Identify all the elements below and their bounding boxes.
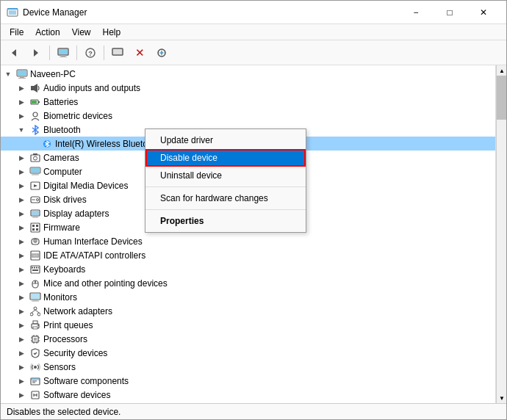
svg-point-35	[37, 198, 39, 200]
tree-item-monitors[interactable]: ▶ Monitors	[1, 290, 495, 304]
menu-action[interactable]: Action	[29, 26, 65, 39]
keyboards-label: Keyboards	[43, 264, 85, 275]
security-icon	[29, 347, 41, 359]
ctx-scan-hardware[interactable]: Scan for hardware changes	[145, 189, 306, 207]
toolbar-back[interactable]	[4, 43, 24, 62]
svg-rect-57	[32, 269, 38, 271]
scroll-thumb-area	[497, 76, 506, 393]
menu-file[interactable]: File	[4, 26, 29, 39]
expand-software-components[interactable]: ▶	[15, 375, 27, 387]
device-tree[interactable]: ▼ Naveen-PC ▶ Audio inputs and outputs ▶	[1, 65, 496, 403]
tree-root[interactable]: ▼ Naveen-PC	[1, 67, 495, 81]
expand-biometric[interactable]: ▶	[15, 110, 27, 122]
expand-sound-video[interactable]: ▶	[15, 403, 27, 404]
expand-keyboards[interactable]: ▶	[15, 264, 27, 275]
tree-item-audio[interactable]: ▶ Audio inputs and outputs	[1, 81, 495, 95]
tree-item-network[interactable]: ▶ Network adapters	[1, 304, 495, 318]
minimize-button[interactable]: −	[399, 1, 433, 24]
svg-rect-22	[38, 101, 40, 103]
tree-item-processors[interactable]: ▶ Processors	[1, 332, 495, 346]
hid-label: Human Interface Devices	[43, 236, 143, 247]
svg-line-70	[35, 310, 39, 313]
digital-media-icon	[29, 180, 41, 192]
expand-firmware[interactable]: ▶	[15, 222, 27, 233]
expand-ide[interactable]: ▶	[15, 250, 27, 261]
svg-rect-1	[9, 10, 16, 15]
expand-sensors[interactable]: ▶	[15, 361, 27, 373]
svg-line-69	[32, 310, 35, 313]
bluetooth-icon	[29, 124, 41, 136]
expand-audio[interactable]: ▶	[15, 82, 27, 94]
sensors-label: Sensors	[43, 362, 76, 372]
expand-mice[interactable]: ▶	[15, 278, 27, 289]
disk-drives-icon	[29, 194, 41, 206]
window-controls: − □ ✕	[399, 1, 500, 24]
tree-item-software-components[interactable]: ▶ Software components	[1, 374, 495, 388]
toolbar-help[interactable]: ?	[80, 43, 101, 62]
expand-display-adapters[interactable]: ▶	[15, 208, 27, 220]
toolbar-display[interactable]	[107, 43, 128, 62]
expand-batteries[interactable]: ▶	[15, 96, 27, 108]
expand-root[interactable]: ▼	[2, 68, 14, 80]
tree-item-keyboards[interactable]: ▶ Keyboards	[1, 262, 495, 276]
svg-rect-40	[32, 217, 38, 217]
biometric-label: Biometric devices	[43, 111, 112, 121]
expand-hid[interactable]: ▶	[15, 236, 27, 247]
expand-print[interactable]: ▶	[15, 319, 27, 331]
cameras-label: Cameras	[43, 153, 79, 163]
expand-network[interactable]: ▶	[15, 305, 27, 317]
tree-item-mice[interactable]: ▶ Mice and other pointing devices	[1, 276, 495, 290]
tree-item-biometric[interactable]: ▶ Biometric devices	[1, 109, 495, 123]
software-devices-icon	[29, 389, 41, 401]
menu-view[interactable]: View	[66, 26, 97, 39]
audio-icon	[29, 82, 41, 94]
close-button[interactable]: ✕	[467, 1, 500, 24]
maximize-button[interactable]: □	[433, 1, 467, 24]
svg-marker-4	[34, 49, 38, 57]
toolbar-forward[interactable]	[26, 43, 46, 62]
ctx-disable-device[interactable]: Disable device	[145, 149, 306, 167]
svg-rect-65	[32, 301, 39, 302]
expand-bluetooth[interactable]: ▼	[15, 124, 27, 136]
print-icon	[29, 319, 41, 331]
toolbar-delete[interactable]: ✕	[129, 43, 150, 62]
scrollbar[interactable]: ▲ ▼	[496, 65, 506, 403]
tree-item-sensors[interactable]: ▶ Sensors	[1, 360, 495, 374]
tree-item-ide[interactable]: ▶ IDE ATA/ATAPI controllers	[1, 248, 495, 262]
expand-cameras[interactable]: ▶	[15, 152, 27, 164]
ctx-properties[interactable]: Properties	[145, 212, 306, 230]
tree-item-security[interactable]: ▶ Security devices	[1, 346, 495, 360]
tree-item-batteries[interactable]: ▶ Batteries	[1, 95, 495, 109]
scroll-down[interactable]: ▼	[497, 393, 506, 403]
tree-item-print[interactable]: ▶ Print queues	[1, 318, 495, 332]
toolbar-computer[interactable]	[53, 43, 73, 62]
firmware-label: Firmware	[43, 222, 80, 233]
expand-computer[interactable]: ▶	[15, 166, 27, 178]
expand-security[interactable]: ▶	[15, 347, 27, 359]
ctx-uninstall-device[interactable]: Uninstall device	[145, 167, 306, 184]
svg-marker-3	[12, 49, 16, 57]
menu-help[interactable]: Help	[97, 26, 127, 39]
expand-processors[interactable]: ▶	[15, 333, 27, 345]
security-label: Security devices	[43, 348, 107, 358]
expand-monitors[interactable]: ▶	[15, 292, 27, 303]
svg-rect-17	[18, 78, 26, 79]
tree-item-software-devices[interactable]: ▶ Software devices	[1, 388, 495, 402]
expand-software-devices[interactable]: ▶	[15, 389, 27, 401]
scroll-thumb[interactable]	[497, 76, 506, 120]
svg-marker-19	[34, 84, 37, 93]
tree-item-sound-video[interactable]: ▶ Sound, video and game controllers	[1, 402, 495, 403]
svg-point-67	[30, 313, 33, 316]
toolbar-scan[interactable]	[151, 43, 172, 62]
display-adapters-label: Display adapters	[43, 209, 109, 219]
expand-digital-media[interactable]: ▶	[15, 180, 27, 192]
svg-rect-6	[59, 49, 68, 54]
processors-label: Processors	[43, 334, 87, 344]
tree-item-hid[interactable]: ▶ Human Interface Devices	[1, 234, 495, 248]
scroll-up[interactable]: ▲	[497, 65, 506, 76]
expand-disk-drives[interactable]: ▶	[15, 194, 27, 206]
svg-rect-44	[32, 228, 35, 231]
svg-point-68	[37, 313, 40, 316]
ctx-update-driver[interactable]: Update driver	[145, 131, 306, 149]
expand-intel-bt: ▶	[27, 138, 39, 150]
